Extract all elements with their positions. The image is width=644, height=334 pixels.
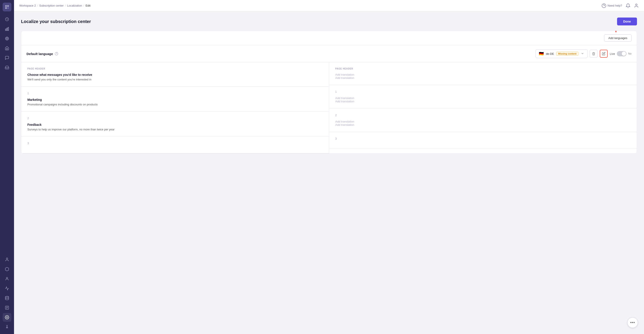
svg-rect-2 [5,7,7,9]
localization-card: Add languages Default language 🇩🇪 de-DE … [21,31,637,154]
trans-page-header-add-desc[interactable]: Add translation [335,76,631,80]
default-item-1-title: Marketing [28,98,323,102]
language-row: Default language 🇩🇪 de-DE Missing conten… [21,45,637,62]
svg-point-15 [6,317,8,318]
breadcrumb-localization[interactable]: Localization [67,4,82,7]
trans-item-2-add-title[interactable]: Add translation [335,120,631,123]
default-page-header-section: PAGE HEADER Choose what messages you'd l… [21,62,329,87]
sidebar-item-messages[interactable] [3,54,12,62]
trans-page-header-label: PAGE HEADER [335,68,631,70]
default-item-3-section: 3 [21,137,329,153]
default-page-header-desc: We'll send you only the content you're i… [28,78,323,81]
trans-page-header-add-title[interactable]: Add translation [335,73,631,76]
help-label: Need help? [608,4,622,7]
breadcrumb-workspace[interactable]: Workspace 2 [19,4,36,7]
help-button[interactable]: Need help? [602,3,622,8]
done-button[interactable]: Done [617,18,637,26]
edit-button[interactable] [600,50,608,58]
svg-rect-6 [6,28,7,31]
topbar: Workspace 2 / Subscription center / Loca… [14,0,644,12]
page-title: Localize your subscription center [21,19,91,24]
live-toggle[interactable] [617,51,626,56]
breadcrumb: Workspace 2 / Subscription center / Loca… [19,4,90,7]
delete-button[interactable] [590,50,598,58]
svg-rect-3 [7,7,9,9]
sidebar-item-database[interactable] [3,294,12,302]
sidebar-item-reports[interactable] [3,303,12,312]
trash-icon [592,52,595,56]
default-item-2-title: Feedback [28,123,323,126]
default-language-column: PAGE HEADER Choose what messages you'd l… [21,62,329,153]
svg-rect-5 [6,29,6,31]
toggle-no-label: No [628,52,632,55]
sidebar-item-campaigns[interactable] [3,44,12,53]
add-languages-row: Add languages [21,31,637,45]
toggle-knob [622,52,626,56]
translation-language-column: PAGE HEADER Add translation Add translat… [329,62,637,153]
default-item-2-number: 2 [28,117,323,120]
default-item-2-desc: Surveys to help us improve our platform,… [28,128,323,131]
flag-icon: 🇩🇪 [539,51,544,56]
default-page-header-label: PAGE HEADER [28,68,323,70]
bell-icon[interactable] [626,3,630,8]
help-icon [602,3,606,8]
trans-item-1-number: 1 [335,90,631,93]
svg-rect-7 [8,27,8,31]
sidebar-item-inbox[interactable] [3,63,12,72]
trans-item-3-section: 3 [329,132,637,149]
language-controls: 🇩🇪 de-DE Missing content [536,49,632,58]
sidebar-item-lab[interactable] [3,322,12,331]
default-item-1-section: 1 Marketing Promotional campaigns includ… [21,87,329,112]
translation-table: PAGE HEADER Choose what messages you'd l… [21,62,637,153]
missing-badge: Missing content [556,52,578,56]
trans-page-header-section: PAGE HEADER Add translation Add translat… [329,62,637,85]
svg-point-19 [55,52,58,55]
trans-item-1-add-title[interactable]: Add translation [335,96,631,100]
page-content: Localize your subscription center Done [14,12,644,334]
trans-item-1-section: 1 Add translation Add translation [329,85,637,109]
main-content: Workspace 2 / Subscription center / Loca… [14,0,644,334]
pencil-icon [602,52,606,56]
more-button[interactable]: ••• [627,317,638,328]
svg-point-13 [6,296,9,297]
live-toggle-row: Live No [610,51,632,56]
lang-code: de-DE [546,52,554,56]
breadcrumb-sep-3: / [84,4,84,7]
language-help-icon[interactable] [55,52,58,56]
svg-point-12 [6,277,8,279]
trans-item-3-number: 3 [335,137,631,140]
sidebar-item-settings[interactable] [3,313,12,322]
default-item-1-desc: Promotional campaigns including discount… [28,103,323,106]
trans-item-2-section: 2 Add translation Add translation [329,109,637,132]
page-header-row: Localize your subscription center Done [21,18,637,26]
breadcrumb-subscription[interactable]: Subscription center [39,4,64,7]
trans-item-2-add-desc[interactable]: Add translation [335,123,631,126]
sidebar-logo[interactable] [3,3,12,12]
default-language-label: Default language [26,52,58,56]
add-languages-button[interactable]: Add languages [604,35,632,42]
svg-point-17 [636,4,637,5]
svg-rect-1 [7,5,9,7]
user-icon[interactable] [634,3,639,8]
trans-item-2-number: 2 [335,114,631,117]
breadcrumb-edit: Edit [86,4,90,7]
chevron-down-icon [581,52,584,56]
svg-rect-0 [5,5,7,7]
sidebar-item-activity[interactable] [3,284,12,293]
sidebar [0,0,14,334]
default-page-header-title: Choose what messages you'd like to recei… [28,73,323,77]
trans-item-1-add-desc[interactable]: Add translation [335,100,631,103]
topbar-right: Need help? [602,3,639,8]
live-label: Live [610,52,615,56]
breadcrumb-sep-2: / [65,4,66,7]
language-selector[interactable]: 🇩🇪 de-DE Missing content [536,49,588,58]
svg-point-11 [6,258,8,259]
sidebar-item-objects[interactable] [3,265,12,273]
sidebar-item-profiles[interactable] [3,274,12,283]
sidebar-item-dashboard[interactable] [3,15,12,24]
sidebar-item-targeting[interactable] [3,34,12,43]
sidebar-item-analytics[interactable] [3,25,12,33]
svg-point-16 [602,4,606,8]
default-item-3-number: 3 [28,142,323,145]
sidebar-item-contacts[interactable] [3,255,12,264]
